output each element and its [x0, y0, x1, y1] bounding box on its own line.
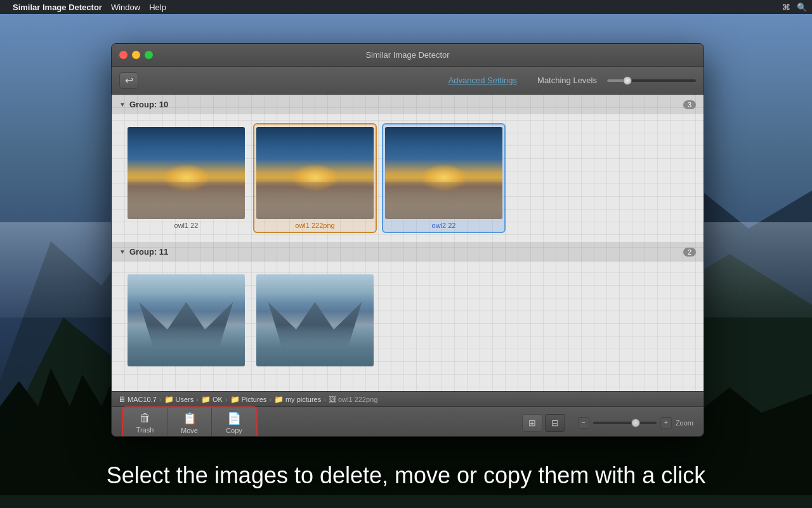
image-item[interactable]: owl2 22 — [382, 123, 506, 233]
copy-label: Copy — [226, 427, 242, 434]
path-ok-label: OK — [213, 396, 223, 403]
action-group: 🗑 Trash 📋 Move 📄 Copy — [122, 406, 258, 438]
path-users-label: Users — [176, 396, 194, 403]
zoom-controls: − + Zoom — [578, 417, 693, 429]
move-label: Move — [181, 427, 198, 434]
view-controls: ⊞ ⊟ — [522, 414, 565, 432]
group-11-triangle: ▼ — [119, 248, 126, 255]
path-ok[interactable]: 📁 OK — [201, 395, 223, 404]
trash-icon: 🗑 — [140, 411, 151, 425]
back-button[interactable]: ↩ — [119, 72, 138, 89]
minimize-button[interactable] — [132, 51, 140, 59]
path-file: 🖼 owl1 222png — [329, 395, 377, 404]
copy-icon: 📄 — [227, 411, 241, 425]
image-label-1: owl1 22 — [174, 222, 199, 229]
wifi-icon: ⌘ — [782, 3, 790, 12]
image-label-3: owl2 22 — [432, 222, 456, 229]
zoom-out-icon[interactable]: − — [578, 417, 589, 429]
folder-icon-4: 📁 — [274, 395, 284, 404]
copy-button[interactable]: 📄 Copy — [212, 408, 256, 438]
zoom-label: Zoom — [676, 419, 693, 427]
path-mypictures-label: my pictures — [285, 396, 321, 403]
close-button[interactable] — [119, 51, 128, 59]
group-10-grid: owl1 22 owl1 222png owl2 22 — [112, 114, 704, 242]
group-11-grid — [112, 262, 704, 382]
zoom-in-icon[interactable]: + — [660, 417, 672, 429]
beach-image-1 — [128, 127, 245, 219]
image-item[interactable] — [253, 271, 377, 373]
path-pictures[interactable]: 📁 Pictures — [230, 395, 267, 404]
search-icon[interactable]: 🔍 — [797, 3, 807, 12]
instruction-text: Select the images to delete, move or cop… — [0, 462, 812, 489]
matching-levels-slider[interactable] — [607, 79, 696, 82]
menu-help[interactable]: Help — [149, 3, 166, 12]
group-10-label: Group: 10 — [129, 100, 168, 109]
trash-label: Trash — [136, 426, 154, 434]
path-bar: 🖥 MAC10.7 › 📁 Users › 📁 OK › 📁 Pictures … — [112, 391, 704, 406]
window-title: Similar Image Detector — [365, 50, 449, 60]
image-item[interactable]: owl1 222png — [253, 123, 377, 233]
move-icon: 📋 — [183, 411, 197, 425]
trash-button[interactable]: 🗑 Trash — [123, 408, 167, 438]
group-10-header[interactable]: ▼ Group: 10 3 — [112, 95, 704, 114]
beach-image-3 — [385, 127, 502, 219]
menubar: Similar Image Detector Window Help ⌘ 🔍 — [0, 0, 812, 14]
matching-levels-label: Matching Levels — [537, 76, 597, 85]
menu-window[interactable]: Window — [111, 3, 140, 12]
group-11-label: Group: 11 — [129, 247, 168, 257]
mac-icon: 🖥 — [118, 395, 126, 404]
app-menu-name[interactable]: Similar Image Detector — [13, 3, 102, 12]
image-item[interactable]: owl1 22 — [124, 123, 248, 233]
path-mac[interactable]: 🖥 MAC10.7 — [118, 395, 157, 404]
window-controls — [119, 51, 153, 59]
group-10-count: 3 — [683, 100, 696, 109]
path-mac-label: MAC10.7 — [128, 396, 157, 403]
file-icon: 🖼 — [329, 395, 336, 404]
beach-image-2 — [256, 127, 374, 219]
toolbar: ↩ Advanced Settings Matching Levels — [112, 67, 704, 95]
group-11-header[interactable]: ▼ Group: 11 2 — [112, 242, 704, 262]
path-file-label: owl1 222png — [338, 396, 377, 403]
maximize-button[interactable] — [145, 51, 153, 59]
titlebar: Similar Image Detector — [112, 44, 704, 67]
grid-view-button[interactable]: ⊞ — [522, 414, 542, 432]
compare-view-button[interactable]: ⊟ — [545, 414, 565, 432]
app-window: Similar Image Detector ↩ Advanced Settin… — [111, 43, 704, 437]
image-label-2: owl1 222png — [295, 222, 334, 229]
main-content[interactable]: ▼ Group: 10 3 owl1 22 owl1 222png owl2 2… — [112, 95, 704, 391]
mountain-image-1 — [128, 274, 245, 366]
folder-icon-3: 📁 — [230, 395, 240, 404]
bottom-toolbar: 🗑 Trash 📋 Move 📄 Copy ⊞ ⊟ − + Zoom — [112, 406, 704, 437]
path-users[interactable]: 📁 Users — [164, 395, 194, 404]
path-pictures-label: Pictures — [242, 396, 267, 403]
group-10-triangle: ▼ — [119, 101, 126, 108]
path-mypictures[interactable]: 📁 my pictures — [274, 395, 321, 404]
group-11-count: 2 — [683, 248, 696, 257]
mountain-image-2 — [256, 274, 374, 366]
folder-icon-1: 📁 — [164, 395, 174, 404]
image-item[interactable] — [124, 271, 248, 373]
advanced-settings-button[interactable]: Advanced Settings — [449, 76, 517, 85]
folder-icon-2: 📁 — [201, 395, 211, 404]
move-button[interactable]: 📋 Move — [167, 408, 212, 438]
zoom-slider[interactable] — [593, 422, 657, 424]
